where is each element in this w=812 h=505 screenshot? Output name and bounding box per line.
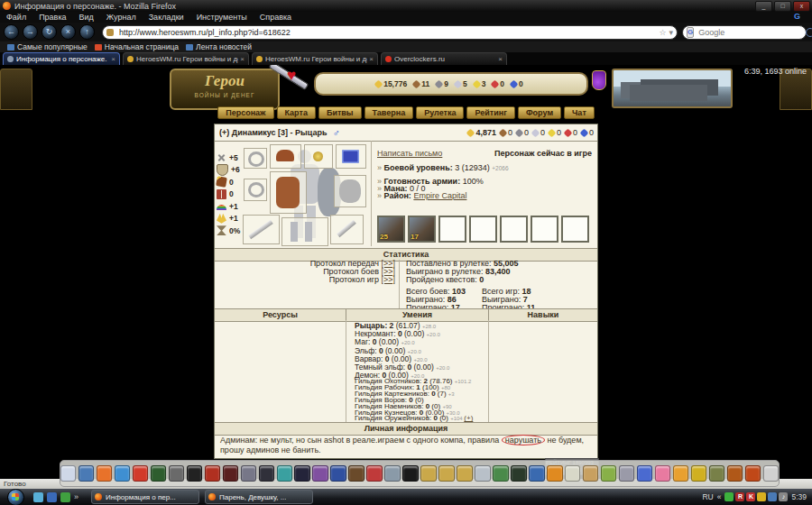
dock-app-icon[interactable] (493, 465, 508, 482)
task-button[interactable]: Парень, Девушку, ... (205, 490, 313, 504)
url-dropdown-icon[interactable]: ▾ (669, 28, 673, 37)
slot-cape[interactable] (334, 175, 366, 207)
slot-ring-2[interactable] (244, 179, 267, 201)
bookmark-item[interactable]: Самые популярные (7, 42, 88, 51)
character-name[interactable]: (+) Динамикус [3] - Рыцарь (219, 128, 327, 137)
search-input[interactable] (697, 27, 806, 38)
game-nav-button[interactable]: Форум (518, 106, 561, 119)
write-letter-link[interactable]: Написать письмо (377, 149, 442, 158)
menu-item[interactable]: Файл (6, 13, 26, 22)
slot-dagger[interactable] (330, 215, 364, 244)
slot-book[interactable] (336, 144, 366, 169)
dock-app-icon[interactable] (97, 465, 112, 482)
dock-app-icon[interactable] (366, 465, 382, 482)
bookmark-star-icon[interactable]: ☆ (659, 28, 666, 37)
search-icon[interactable] (806, 28, 812, 37)
dock-app-icon[interactable] (169, 465, 184, 482)
game-nav-button[interactable]: Чат (564, 106, 595, 119)
start-button[interactable] (7, 489, 24, 505)
address-bar[interactable]: ☆ ▾ (102, 25, 678, 40)
dock-app-icon[interactable] (565, 465, 580, 482)
quick-launch-expand-icon[interactable]: » (74, 492, 78, 501)
dock-app-icon[interactable] (277, 465, 292, 482)
menu-item[interactable]: Закладки (149, 13, 184, 22)
slot-weapon[interactable] (243, 215, 280, 244)
tray-app-icon[interactable] (757, 492, 766, 501)
menu-item[interactable]: Справка (260, 13, 291, 22)
dock-app-icon[interactable] (348, 465, 364, 482)
tray-app-icon[interactable] (768, 492, 777, 501)
dock-app-icon[interactable] (60, 465, 76, 482)
task-button[interactable]: Информация о пер... (91, 490, 199, 504)
dock-app-icon[interactable] (763, 465, 779, 482)
dock-app-icon[interactable] (133, 465, 148, 482)
bookmark-item[interactable]: Начальная страница (95, 42, 179, 51)
dock-app-icon[interactable] (78, 465, 94, 482)
slot-amulet[interactable] (304, 144, 333, 169)
dock-app-icon[interactable] (115, 465, 130, 482)
game-nav-button[interactable]: Рулетка (416, 106, 464, 119)
dock-app-icon[interactable] (619, 465, 634, 482)
dock-app-icon[interactable] (330, 465, 346, 482)
army-slot[interactable] (438, 216, 466, 243)
tab-close-icon[interactable]: × (498, 55, 503, 63)
tab-close-icon[interactable]: × (369, 55, 374, 63)
search-engine-icon[interactable]: G (687, 27, 694, 38)
menu-item[interactable]: Инструменты (197, 13, 247, 22)
close-button[interactable]: x (793, 1, 810, 12)
quick-launch-icon[interactable] (60, 492, 70, 502)
dock-app-icon[interactable] (402, 465, 418, 482)
dock-app-icon[interactable] (187, 465, 202, 482)
menu-item[interactable]: Вид (79, 13, 94, 22)
dock-app-icon[interactable] (601, 465, 616, 482)
army-slot[interactable] (561, 216, 589, 243)
dock-app-icon[interactable] (312, 465, 328, 482)
dock-app-icon[interactable] (727, 465, 743, 482)
game-logo[interactable]: Герои ВОЙНЫ И ДЕНЕГ (170, 69, 280, 110)
game-nav-button[interactable]: Персонаж (217, 106, 273, 119)
minimize-button[interactable]: _ (755, 1, 772, 12)
protocol-link[interactable]: [>>] (381, 275, 395, 284)
slot-helmet[interactable] (270, 144, 301, 169)
language-indicator[interactable]: RU (702, 492, 713, 501)
dock-app-icon[interactable] (529, 465, 544, 482)
game-nav-button[interactable]: Рейтинг (466, 106, 514, 119)
slot-boots[interactable] (281, 217, 328, 246)
refresh-button[interactable]: ↻ (42, 24, 57, 40)
dock-app-icon[interactable] (673, 465, 688, 482)
army-slot[interactable] (469, 216, 497, 243)
dock-app-icon[interactable] (637, 465, 652, 482)
dock-app-icon[interactable] (547, 465, 562, 482)
game-nav-button[interactable]: Битвы (318, 106, 362, 119)
tab-close-icon[interactable]: × (111, 55, 115, 63)
dock-app-icon[interactable] (438, 465, 454, 482)
menu-item[interactable]: Журнал (106, 13, 136, 22)
google-notifier-icon[interactable]: G (794, 12, 800, 21)
tab-close-icon[interactable]: × (240, 55, 245, 63)
browser-tab[interactable]: Информация о персонаже. × (3, 52, 120, 65)
home-button[interactable]: ↑ (79, 24, 95, 40)
dock-app-icon[interactable] (151, 465, 166, 482)
forward-button[interactable]: → (23, 24, 38, 40)
quick-launch-icon[interactable] (33, 492, 43, 502)
dock-app-icon[interactable] (511, 465, 526, 482)
dock-app-icon[interactable] (475, 465, 490, 482)
dock-app-icon[interactable] (583, 465, 598, 482)
back-button[interactable]: ← (4, 24, 19, 40)
army-slot[interactable] (531, 216, 558, 243)
game-nav-button[interactable]: Таверна (364, 106, 414, 119)
dock-app-icon[interactable] (420, 465, 436, 482)
dock-app-icon[interactable] (294, 465, 309, 482)
slot-armor[interactable] (270, 171, 307, 214)
bookmark-item[interactable]: Лента новостей (186, 42, 252, 51)
slot-ring-1[interactable] (244, 148, 267, 169)
tray-collapse-icon[interactable]: « (717, 492, 722, 501)
game-nav-button[interactable]: Карта (277, 106, 316, 119)
tray-app-icon[interactable]: R (735, 492, 744, 501)
tray-app-icon[interactable]: K (746, 492, 755, 501)
browser-tab[interactable]: HeroesWM.ru Герои войны и дене... × (123, 52, 249, 65)
army-slot[interactable]: 25 (377, 216, 405, 243)
dock-app-icon[interactable] (691, 465, 706, 482)
dock-app-icon[interactable] (241, 465, 256, 482)
dock-app-icon[interactable] (709, 465, 724, 482)
